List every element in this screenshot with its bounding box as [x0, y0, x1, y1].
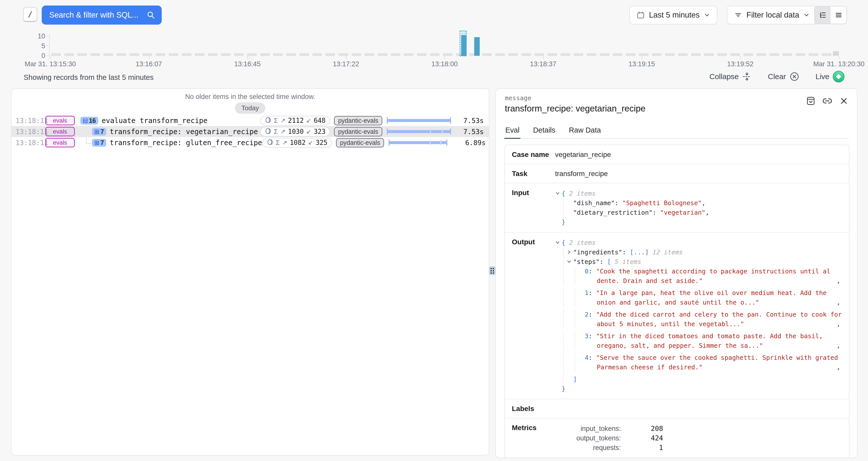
empty-bucket-dash — [678, 53, 688, 56]
empty-bucket-dash — [809, 53, 818, 56]
task-label: Task — [512, 169, 555, 178]
search-button[interactable]: Search & filter with SQL... — [42, 5, 162, 25]
tree-view-toggle[interactable] — [815, 6, 831, 24]
json-token-pln: , — [706, 209, 709, 216]
keyboard-shortcut-slash: / — [23, 7, 37, 22]
showing-records-text: Showing records from the last 5 minutes — [24, 73, 153, 82]
clear-button[interactable]: Clear — [768, 71, 800, 82]
x-axis-tick — [149, 56, 149, 59]
x-axis-tick-label: Mar 31. 13:15:30 — [25, 60, 76, 68]
y-axis-tick — [47, 56, 49, 56]
json-token-str: "Stir in the diced tomatoes and tomato p… — [596, 333, 823, 349]
service-tag[interactable]: pydantic-evals — [334, 116, 382, 125]
tokens-sent-count: 2112 — [288, 117, 304, 124]
tokens-received-arrow-icon: ↙ — [308, 139, 313, 146]
collapse-button[interactable]: Collapse — [710, 72, 752, 81]
tab-details[interactable]: Details — [532, 126, 556, 139]
case-name-value: vegetarian_recipe — [555, 150, 842, 159]
detail-panel: message transform_recipe: vegetarian_rec… — [495, 88, 858, 458]
environment-badge[interactable]: evals — [45, 127, 75, 136]
empty-bucket-dash — [169, 53, 178, 56]
duration-bar — [389, 139, 453, 146]
empty-bucket-dash — [561, 53, 570, 56]
environment-badge[interactable]: evals — [45, 138, 75, 147]
json-token-str: "Spaghetti Bolognese" — [622, 199, 702, 207]
x-axis-tick-label: 13:18:37 — [530, 60, 556, 68]
chevron-down-icon[interactable] — [555, 191, 562, 196]
token-usage-pill[interactable]: Σ↗1030↙323 — [260, 127, 330, 136]
json-token-pln: : — [615, 199, 622, 207]
duration-bar-cap — [446, 140, 447, 146]
empty-bucket-dash — [430, 53, 439, 56]
filter-local-data-label: Filter local data — [746, 10, 799, 20]
live-toggle-label: Live — [815, 72, 829, 81]
live-toggle[interactable]: Live — [815, 71, 844, 82]
json-token-key: "dish_name" — [573, 199, 615, 207]
trace-row[interactable]: 13:18:11evals⊟16evaluate transform_recip… — [11, 115, 489, 126]
span-name: transform_recipe: vegetarian_recipe — [110, 128, 258, 136]
token-usage-pill[interactable]: Σ↗1082↙325 — [262, 138, 332, 148]
json-token-punc: ] — [573, 376, 577, 383]
list-icon — [835, 11, 843, 19]
empty-bucket-dash — [548, 53, 557, 56]
json-token-pln: , — [702, 199, 706, 207]
y-axis-tick-label: 0 — [41, 52, 45, 60]
trace-row[interactable]: 13:18:11evals⊞7transform_recipe: vegetar… — [11, 126, 489, 137]
trace-timestamp: 13:18:11 — [16, 139, 45, 147]
chevron-down-icon[interactable] — [567, 259, 573, 264]
time-range-label: Last 5 minutes — [649, 10, 700, 20]
empty-bucket-dash — [482, 53, 492, 56]
span-count-pill[interactable]: ⊞7 — [92, 139, 106, 147]
json-line: { 2 items — [555, 238, 842, 248]
dock-panel-icon[interactable] — [805, 95, 816, 106]
json-line: "ingredients": [...] 12 items — [555, 248, 842, 257]
y-axis-tick — [47, 36, 49, 36]
histogram-bar[interactable] — [474, 37, 480, 56]
token-usage-pill[interactable]: Σ↗2112↙648 — [260, 116, 330, 126]
json-token-idx: 4 — [585, 354, 588, 361]
span-count-pill[interactable]: ⊟16 — [81, 117, 98, 125]
copy-link-icon[interactable] — [822, 95, 833, 106]
json-token-pln: : — [599, 258, 607, 266]
duration-value: 7.53s — [456, 117, 484, 125]
tab-eval[interactable]: Eval — [504, 126, 520, 139]
empty-bucket-dash — [195, 53, 205, 56]
json-line: "steps": [ 5 items — [555, 257, 842, 267]
empty-bucket-dash — [130, 53, 139, 56]
json-line: { 2 items — [555, 189, 842, 198]
json-line: "dish_name": "Spaghetti Bolognese", — [555, 198, 842, 208]
trace-row[interactable]: 13:18:11evals⊞7transform_recipe: gluten_… — [11, 137, 489, 148]
live-indicator-icon — [833, 71, 844, 82]
empty-bucket-dash — [208, 53, 217, 56]
collapse-box-icon: ⊟ — [83, 118, 88, 124]
empty-bucket-dash — [247, 53, 257, 56]
tokens-received-count: 323 — [314, 128, 326, 135]
empty-bucket-dash — [574, 53, 583, 56]
statusbar: Showing records from the last 5 minutes … — [0, 70, 868, 86]
json-token-key: "dietary_restriction" — [573, 209, 652, 216]
close-icon[interactable] — [838, 95, 849, 106]
metric-name: input_tokens: — [555, 424, 621, 433]
json-token-str: "Add the diced carrot and celery to the … — [596, 311, 842, 328]
span-count-pill[interactable]: ⊞7 — [92, 128, 106, 135]
empty-bucket-dash — [822, 53, 831, 56]
empty-bucket-dash — [717, 53, 727, 56]
chevron-down-icon[interactable] — [555, 240, 562, 245]
service-tag[interactable]: pydantic-evals — [334, 127, 382, 136]
token-coin-icon — [265, 117, 271, 124]
search-button-label: Search & filter with SQL... — [49, 10, 138, 20]
service-tag[interactable]: pydantic-evals — [336, 138, 384, 147]
list-view-toggle[interactable] — [831, 6, 846, 24]
environment-badge[interactable]: evals — [45, 116, 75, 125]
span-name: evaluate transform_recipe — [102, 117, 208, 125]
x-axis-tick-label: 13:18:00 — [431, 60, 458, 68]
output-row: Output { 2 items"ingredients": [...] 12 … — [505, 233, 849, 399]
filter-local-data-dropdown[interactable]: Filter local data — [727, 6, 817, 24]
time-range-dropdown[interactable]: Last 5 minutes — [629, 6, 717, 24]
json-token-cnt: 2 items — [569, 239, 595, 246]
panel-resize-handle[interactable] — [489, 266, 496, 275]
json-trailing-comma: , — [837, 319, 840, 329]
empty-bucket-dash — [234, 53, 244, 56]
tab-raw-data[interactable]: Raw Data — [568, 126, 602, 139]
chevron-right-icon[interactable] — [567, 250, 573, 255]
